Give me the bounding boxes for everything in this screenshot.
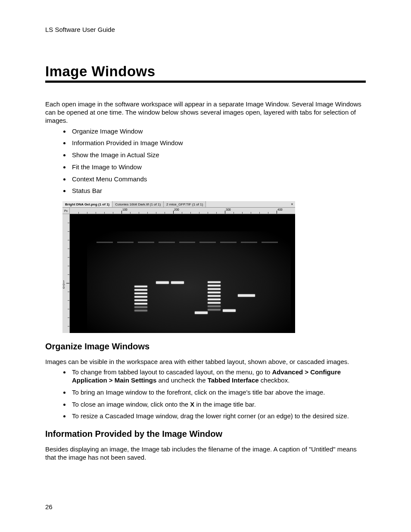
ruler-tick-label: 100 — [122, 208, 128, 211]
image-tab[interactable]: Colonies 16bit Dark.tif (1 of 1) — [112, 201, 164, 207]
ruler-tick-label: 200 — [174, 208, 179, 211]
tab-spacer — [206, 201, 289, 207]
topic-list: Organize Image Window Information Provid… — [45, 128, 366, 196]
gel-lane — [156, 281, 169, 333]
list-item: To change from tabbed layout to cascaded… — [70, 368, 366, 385]
running-header: LS Software User Guide — [45, 26, 366, 33]
tab-label: Colonies 16bit Dark.tif (1 of 1) — [115, 202, 161, 206]
image-canvas[interactable] — [70, 214, 295, 333]
gel-image — [87, 231, 291, 333]
gel-lane — [134, 286, 147, 333]
document-page: LS Software User Guide Image Windows Eac… — [0, 0, 411, 532]
list-item: To bring an Image window to the forefron… — [70, 389, 366, 397]
ruler-tick-label: 300 — [226, 208, 231, 211]
instruction-list: To change from tabbed layout to cascaded… — [45, 368, 366, 420]
section-heading: Organize Image Windows — [45, 342, 366, 352]
ruler-horizontal: 100 200 300 400 — [70, 208, 295, 214]
page-title: Image Windows — [45, 63, 366, 80]
list-item: Context Menu Commands — [70, 175, 366, 184]
ruler-unit-label: Px — [62, 208, 70, 214]
section-heading: Information Provided by the Image Window — [45, 429, 366, 439]
gel-lane — [195, 311, 208, 333]
ruler-tick-label: 400 — [277, 208, 283, 211]
close-icon[interactable]: × — [289, 201, 295, 207]
list-item: To close an image window, click onto the… — [70, 401, 366, 409]
image-tab[interactable]: 2 mice_GFP.TIF (1 of 1) — [164, 201, 206, 207]
ruler-tick-label: 100 — [63, 280, 65, 289]
gel-lane — [208, 281, 221, 333]
gel-wells — [97, 242, 278, 244]
tab-label: Bright DNA Gel.png (1 of 1) — [65, 202, 109, 206]
page-number: 26 — [45, 503, 53, 510]
tab-label: 2 mice_GFP.TIF (1 of 1) — [166, 202, 203, 206]
ruler-vertical: 100 — [62, 214, 70, 333]
list-item: Show the Image in Actual Size — [70, 151, 366, 159]
list-item: Status Bar — [70, 187, 366, 195]
list-item: To resize a Cascaded Image window, drag … — [70, 412, 366, 420]
section-paragraph: Besides displaying an image, the Image t… — [45, 445, 366, 461]
image-tab[interactable]: Bright DNA Gel.png (1 of 1) — [62, 201, 112, 207]
intro-paragraph: Each open image in the software workspac… — [45, 100, 366, 125]
list-item: Information Provided in Image Window — [70, 139, 366, 147]
list-item: Fit the Image to Window — [70, 163, 366, 171]
gel-lane — [171, 281, 184, 333]
list-item: Organize Image Window — [70, 128, 366, 136]
gel-lane — [238, 294, 255, 333]
title-rule — [45, 81, 366, 83]
section-paragraph: Images can be visible in the workspace a… — [45, 358, 366, 366]
screenshot-figure: Bright DNA Gel.png (1 of 1) Colonies 16b… — [62, 201, 295, 333]
tab-strip: Bright DNA Gel.png (1 of 1) Colonies 16b… — [62, 201, 295, 208]
gel-lane — [223, 309, 236, 333]
